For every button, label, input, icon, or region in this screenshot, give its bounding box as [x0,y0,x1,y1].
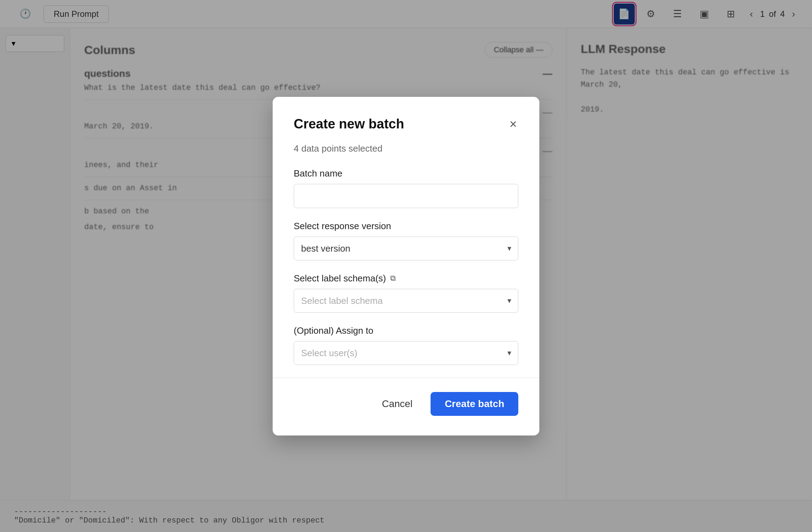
label-schema-label-text: Select label schema(s) [294,273,386,284]
assign-to-label: (Optional) Assign to [294,325,518,336]
batch-name-group: Batch name [294,168,518,208]
create-batch-modal: Create new batch × 4 data points selecte… [273,97,539,435]
modal-close-button[interactable]: × [508,117,518,132]
create-batch-label: Create batch [445,398,504,409]
response-version-select[interactable]: best version latest version custom [294,237,518,260]
batch-name-input[interactable] [294,184,518,208]
label-schema-select[interactable]: Select label schema [294,289,518,313]
label-schema-group: Select label schema(s) ⧉ Select label sc… [294,273,518,313]
cancel-label: Cancel [382,398,412,409]
external-link-icon[interactable]: ⧉ [390,274,396,283]
modal-subtitle: 4 data points selected [294,143,518,154]
modal-title: Create new batch [294,117,404,132]
cancel-button[interactable]: Cancel [372,393,422,415]
batch-name-label: Batch name [294,168,518,179]
modal-header: Create new batch × [294,117,518,132]
assign-to-select[interactable]: Select user(s) [294,341,518,365]
response-version-group: Select response version best version lat… [294,221,518,260]
close-icon: × [510,117,517,131]
label-schema-select-wrapper: Select label schema ▾ [294,289,518,313]
assign-to-select-wrapper: Select user(s) ▾ [294,341,518,365]
modal-divider [273,378,539,378]
label-schema-label-row: Select label schema(s) ⧉ [294,273,518,284]
create-batch-button[interactable]: Create batch [431,392,518,416]
response-version-select-wrapper: best version latest version custom ▾ [294,237,518,260]
modal-actions: Cancel Create batch [294,392,518,416]
modal-overlay: Create new batch × 4 data points selecte… [0,0,812,532]
assign-to-group: (Optional) Assign to Select user(s) ▾ [294,325,518,365]
response-version-label: Select response version [294,221,518,232]
